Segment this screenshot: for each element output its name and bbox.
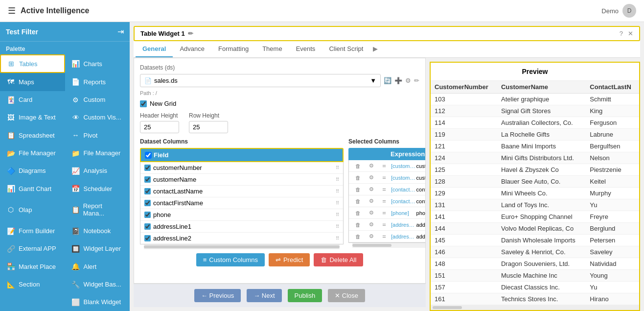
tab-client-script[interactable]: Client Script	[322, 41, 370, 57]
sidebar-item-external-app[interactable]: 🔗 External APP	[0, 240, 65, 258]
app-title: Active Intelligence	[21, 6, 90, 15]
sidebar-item-file-manager[interactable]: 📂 File Manager	[0, 144, 65, 162]
predict-button[interactable]: ⇌ Predict	[269, 253, 310, 266]
col-row-contact-first-name[interactable]: contactFirstName ⠿	[140, 197, 343, 209]
sel-delete-icon-2[interactable]: 🗑	[351, 175, 365, 181]
sidebar-item-report-mana[interactable]: 📋 Report Mana...	[65, 197, 130, 222]
sidebar-item-notebook[interactable]: 📓 Notebook	[65, 222, 130, 240]
sidebar-item-section[interactable]: 📐 Section	[0, 275, 65, 293]
user-avatar[interactable]: D	[622, 4, 636, 18]
sidebar-item-widget-layer[interactable]: 🔲 Widget Layer	[65, 240, 130, 258]
col-field-address-line1: addressLine1	[153, 223, 191, 230]
sidebar-item-widget-bas[interactable]: 🔧 Widget Bas...	[65, 275, 130, 293]
sel-delete-icon-4[interactable]: 🗑	[351, 198, 365, 204]
widget-close-icon[interactable]: ✕	[628, 30, 633, 37]
sel-settings-icon-5[interactable]: ⚙	[366, 210, 377, 216]
sidebar-item-analysis[interactable]: 📈 Analysis	[65, 162, 130, 180]
col-cb-phone[interactable]	[144, 212, 151, 218]
sidebar-item-charts[interactable]: 📊 Charts	[65, 54, 130, 73]
sidebar-item-documents[interactable]: 📁 File Manager	[65, 144, 130, 162]
next-button[interactable]: → Next	[247, 289, 281, 302]
sidebar-item-custom-vis[interactable]: 👁 Custom Vis...	[65, 109, 130, 126]
preview-hscrollbar[interactable]	[431, 305, 639, 310]
col-row-contact-last-name[interactable]: contactLastName ⠿	[140, 186, 343, 197]
col-drag-handle3[interactable]: ⠿	[336, 189, 339, 194]
sel-settings-icon-7[interactable]: ⚙	[366, 233, 377, 239]
tab-general[interactable]: General	[136, 41, 173, 57]
close-button[interactable]: ✕ Close	[328, 289, 365, 302]
selected-col-hscroll[interactable]	[352, 243, 426, 248]
tab-more[interactable]: ▶	[370, 41, 381, 57]
tab-formatting[interactable]: Formatting	[211, 41, 255, 57]
sel-delete-icon-3[interactable]: 🗑	[351, 187, 365, 192]
col-drag-handle4[interactable]: ⠿	[336, 200, 339, 206]
sidebar-item-alert[interactable]: 🔔 Alert	[65, 258, 130, 275]
col-row-phone[interactable]: phone ⠿	[140, 209, 343, 221]
sel-settings-icon-1[interactable]: ⚙	[366, 163, 377, 169]
ds-settings-icon[interactable]: ⚙	[405, 77, 411, 84]
custom-columns-button[interactable]: ≡ Custom Columns	[196, 253, 265, 266]
sel-expr-7: [addressLine2]	[391, 234, 415, 239]
sel-delete-icon-5[interactable]: 🗑	[351, 210, 365, 216]
col-drag-handle2[interactable]: ⠿	[336, 177, 339, 182]
delete-all-button[interactable]: 🗑 Delete All	[314, 253, 363, 266]
col-drag-handle[interactable]: ⠿	[336, 165, 339, 170]
dataset-col-header-checkbox[interactable]	[145, 152, 152, 159]
ds-refresh-icon[interactable]: 🔄	[384, 77, 391, 84]
sel-settings-icon-6[interactable]: ⚙	[366, 221, 377, 228]
sidebar-item-scheduler[interactable]: 📅 Scheduler	[65, 180, 130, 197]
sel-settings-icon-2[interactable]: ⚙	[366, 174, 377, 181]
col-cb-contact-first-name[interactable]	[144, 200, 151, 206]
dataset-select[interactable]: 📄 sales.ds ▼	[140, 74, 381, 87]
sidebar-item-diagrams[interactable]: 🔷 Diagrams	[0, 162, 65, 180]
sel-expr-1: [customerNumber]	[391, 163, 415, 169]
col-drag-handle5[interactable]: ⠿	[336, 212, 339, 217]
preview-table-wrap[interactable]: CustomerNumber CustomerName ContactLastN…	[431, 81, 639, 305]
col-row-customer-number[interactable]: customerNumber ⠿	[140, 162, 343, 174]
widget-help-icon[interactable]: ?	[620, 30, 623, 37]
col-row-address-line2[interactable]: addressLine2 ⠿	[140, 233, 343, 244]
sidebar-item-card[interactable]: 🃏 Card	[0, 91, 65, 109]
sel-settings-icon-3[interactable]: ⚙	[366, 186, 377, 192]
ds-edit-icon[interactable]: ✏	[414, 77, 419, 84]
sidebar-item-gantt-chart[interactable]: 📊 Gantt Chart	[0, 180, 65, 197]
ds-add-icon[interactable]: ➕	[394, 77, 402, 84]
col-drag-handle7[interactable]: ⠿	[336, 236, 339, 241]
sidebar-item-form-builder[interactable]: 📝 Form Builder	[0, 222, 65, 240]
col-cb-customer-name[interactable]	[144, 176, 151, 183]
col-cb-customer-number[interactable]	[144, 165, 151, 171]
sidebar-item-image-text[interactable]: 🖼 Image & Text	[0, 109, 65, 126]
sidebar-collapse-icon[interactable]: ⇥	[117, 27, 124, 36]
col-drag-handle6[interactable]: ⠿	[336, 224, 339, 229]
sidebar-item-pivot[interactable]: ↔ Pivot	[65, 126, 130, 144]
sidebar-item-maps[interactable]: 🗺 Maps	[0, 73, 65, 91]
sidebar-item-spreadsheet[interactable]: 📋 Spreadsheet	[0, 126, 65, 144]
new-grid-checkbox[interactable]	[140, 100, 147, 107]
sidebar-item-market-place[interactable]: 🏪 Market Place	[0, 258, 65, 275]
widget-edit-icon[interactable]: ✏	[188, 30, 193, 37]
publish-button[interactable]: Publish	[288, 289, 322, 302]
sidebar-item-reports[interactable]: 📄 Reports	[65, 73, 130, 91]
sel-delete-icon-7[interactable]: 🗑	[351, 234, 365, 239]
sidebar-item-blank-widget[interactable]: ⬜ Blank Widget	[65, 293, 130, 311]
row-height-input[interactable]	[189, 121, 228, 133]
previous-button[interactable]: ← Previous	[194, 289, 241, 302]
col-row-address-line1[interactable]: addressLine1 ⠿	[140, 221, 343, 233]
tab-events[interactable]: Events	[289, 41, 322, 57]
preview-cell-num: 124	[431, 152, 497, 164]
hamburger-icon[interactable]: ☰	[8, 5, 16, 16]
col-cb-address-line1[interactable]	[144, 223, 151, 230]
sidebar-item-custom[interactable]: ⚙ Custom	[65, 91, 130, 109]
header-height-input[interactable]	[140, 121, 179, 133]
sel-delete-icon-6[interactable]: 🗑	[351, 222, 365, 228]
col-cb-contact-last-name[interactable]	[144, 188, 151, 194]
tab-theme[interactable]: Theme	[255, 41, 289, 57]
sidebar-item-tables[interactable]: ⊞ Tables	[0, 54, 65, 73]
sel-delete-icon-1[interactable]: 🗑	[351, 163, 365, 169]
tab-advance[interactable]: Advance	[173, 41, 211, 57]
dataset-col-hscroll[interactable]	[144, 244, 340, 249]
col-cb-address-line2[interactable]	[144, 235, 151, 241]
sel-settings-icon-4[interactable]: ⚙	[366, 198, 377, 204]
sidebar-item-olap[interactable]: ⬡ Olap	[0, 197, 65, 222]
col-row-customer-name[interactable]: customerName ⠿	[140, 174, 343, 186]
